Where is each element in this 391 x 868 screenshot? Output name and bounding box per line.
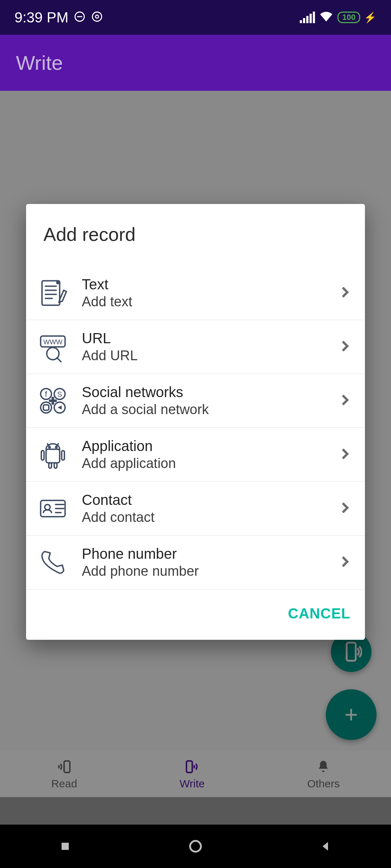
record-subtitle: Add URL — [82, 348, 327, 363]
svg-point-24 — [56, 447, 57, 448]
record-title: Application — [82, 438, 327, 454]
svg-point-23 — [49, 447, 50, 448]
svg-rect-15 — [43, 405, 49, 410]
svg-rect-6 — [42, 281, 60, 305]
chevron-right-icon — [338, 501, 352, 516]
svg-point-32 — [190, 841, 201, 852]
wifi-icon — [319, 10, 334, 24]
record-title: Text — [82, 276, 327, 293]
svg-text:WWW: WWW — [43, 338, 62, 346]
svg-point-18 — [50, 400, 51, 401]
record-item-url[interactable]: WWW URL Add URL — [26, 320, 365, 374]
svg-point-20 — [52, 397, 54, 399]
svg-point-14 — [41, 402, 51, 413]
dialog-title: Add record — [26, 204, 365, 266]
chevron-right-icon — [338, 447, 352, 462]
sysnav-recent[interactable] — [58, 839, 72, 854]
svg-rect-31 — [62, 843, 69, 850]
url-icon: WWW — [35, 329, 71, 365]
sysnav-back[interactable] — [319, 839, 333, 854]
cancel-button[interactable]: CANCEL — [288, 605, 350, 622]
record-item-contact[interactable]: Contact Add contact — [26, 482, 365, 536]
chevron-right-icon — [338, 285, 352, 301]
record-item-application[interactable]: Application Add application — [26, 428, 365, 482]
svg-rect-25 — [41, 451, 44, 460]
svg-rect-22 — [46, 449, 60, 463]
battery-indicator: 100 — [337, 12, 360, 23]
status-bar: 9:39 PM 100 ⚡ — [0, 0, 391, 35]
status-dnd-icon-2 — [91, 10, 103, 24]
svg-text:S: S — [57, 390, 62, 398]
record-title: Social networks — [82, 384, 327, 400]
record-subtitle: Add text — [82, 294, 327, 310]
svg-rect-28 — [54, 463, 57, 468]
record-item-text[interactable]: Text Add text — [26, 266, 365, 320]
record-title: URL — [82, 330, 327, 346]
charging-icon: ⚡ — [364, 12, 377, 24]
record-subtitle: Add application — [82, 456, 327, 471]
svg-point-17 — [51, 399, 54, 402]
svg-rect-27 — [49, 463, 52, 468]
contact-card-icon — [35, 490, 71, 527]
svg-point-19 — [55, 400, 56, 401]
svg-point-2 — [96, 15, 99, 18]
page-title: Write — [16, 51, 63, 75]
app-bar: Write — [0, 35, 391, 91]
android-icon — [35, 437, 71, 473]
record-title: Phone number — [82, 546, 327, 562]
add-record-dialog: Add record Text Add text WWW URL Add UR — [26, 204, 365, 640]
svg-rect-26 — [62, 451, 64, 460]
phone-icon — [35, 544, 71, 580]
social-icon: fS — [35, 383, 71, 419]
signal-icon — [300, 12, 315, 23]
record-item-phone[interactable]: Phone number Add phone number — [26, 536, 365, 590]
system-nav-bar — [0, 825, 391, 868]
record-subtitle: Add contact — [82, 510, 327, 525]
chevron-right-icon — [338, 555, 352, 570]
chevron-right-icon — [338, 339, 352, 354]
svg-point-30 — [45, 505, 50, 510]
status-time: 9:39 PM — [14, 9, 68, 26]
record-item-social[interactable]: fS Social networks Add a social network — [26, 374, 365, 428]
sysnav-home[interactable] — [188, 839, 203, 854]
text-icon — [35, 275, 71, 311]
record-title: Contact — [82, 492, 327, 508]
record-subtitle: Add phone number — [82, 563, 327, 579]
record-subtitle: Add a social network — [82, 402, 327, 417]
chevron-right-icon — [338, 393, 352, 408]
svg-point-21 — [52, 403, 54, 404]
status-dnd-icon — [73, 10, 86, 24]
svg-text:f: f — [45, 390, 47, 399]
svg-point-1 — [92, 12, 102, 21]
